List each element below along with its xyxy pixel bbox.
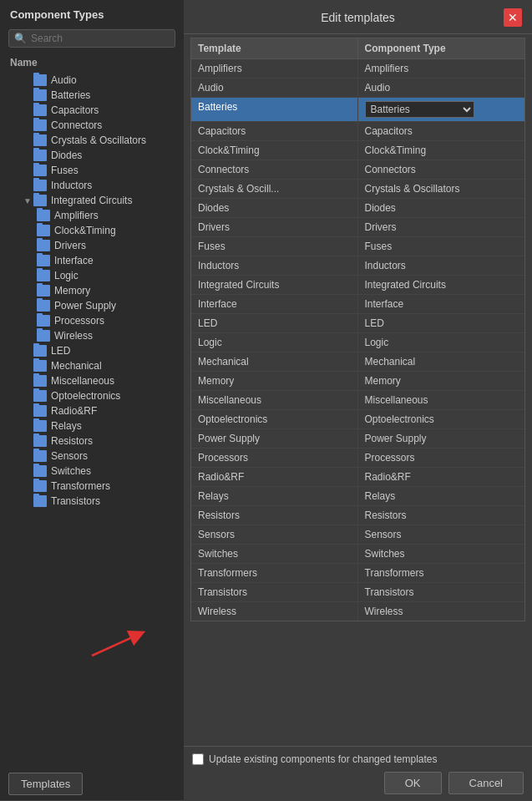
tree-item[interactable]: Audio: [0, 73, 184, 88]
template-cell: Drivers: [191, 218, 358, 236]
templates-button[interactable]: Templates: [8, 773, 83, 795]
table-row[interactable]: SensorsSensors: [191, 525, 524, 545]
component-type-cell: Drivers: [358, 218, 525, 236]
tree-item[interactable]: Power Supply: [0, 298, 184, 313]
tree-item-label: Fuses: [51, 165, 79, 176]
ok-button[interactable]: OK: [384, 772, 442, 794]
folder-icon: [37, 225, 50, 236]
tree-item-label: LED: [51, 345, 70, 357]
folder-icon: [33, 165, 47, 176]
close-button[interactable]: ✕: [504, 8, 522, 27]
header-component-type: Component Type: [358, 38, 525, 58]
tree-item-label: Switches: [51, 465, 91, 477]
table-row[interactable]: ResistorsResistors: [191, 506, 524, 525]
table-row[interactable]: ConnectorsConnectors: [191, 160, 524, 180]
tree-item-label: Transformers: [51, 480, 110, 492]
component-type-cell: Audio: [358, 79, 525, 97]
table-row[interactable]: Clock&TimingClock&Timing: [191, 141, 524, 160]
table-row[interactable]: MiscellaneousMiscellaneous: [191, 391, 524, 410]
table-row[interactable]: TransistorsTransistors: [191, 583, 524, 602]
table-row[interactable]: OptoelectronicsOptoelectronics: [191, 410, 524, 429]
tree-item[interactable]: Interface: [0, 253, 184, 268]
tree-item[interactable]: Memory: [0, 283, 184, 298]
folder-icon: [37, 300, 50, 312]
template-cell: Interface: [191, 295, 358, 313]
template-cell: Sensors: [191, 525, 358, 544]
table-row[interactable]: InductorsInductors: [191, 256, 524, 276]
table-row[interactable]: FusesFuses: [191, 237, 524, 256]
component-type-select[interactable]: Batteries: [365, 101, 475, 118]
header-template: Template: [191, 38, 358, 58]
component-type-cell: Processors: [358, 449, 525, 467]
tree-item[interactable]: Radio&RF: [0, 403, 184, 418]
tree-item[interactable]: ▼Integrated Circuits: [0, 193, 184, 208]
template-cell: Memory: [191, 372, 358, 390]
table-row[interactable]: CapacitorsCapacitors: [191, 122, 524, 141]
table-row[interactable]: AmplifiersAmplifiers: [191, 59, 524, 79]
table-row[interactable]: LogicLogic: [191, 333, 524, 352]
table-row[interactable]: Integrated CircuitsIntegrated Circuits: [191, 276, 524, 295]
component-type-cell: Amplifiers: [358, 59, 525, 78]
tree-item[interactable]: Capacitors: [0, 103, 184, 118]
tree-item[interactable]: Relays: [0, 418, 184, 433]
template-cell: Amplifiers: [191, 59, 358, 78]
tree-item[interactable]: Connectors: [0, 118, 184, 133]
component-type-cell: Capacitors: [358, 122, 525, 140]
table-row[interactable]: TransformersTransformers: [191, 564, 524, 583]
folder-icon: [33, 74, 47, 86]
table-row[interactable]: DiodesDiodes: [191, 199, 524, 218]
panel-title: Component Types: [0, 0, 184, 26]
search-bar[interactable]: 🔍: [8, 29, 175, 48]
folder-icon: [37, 330, 50, 342]
footer-buttons: OK Cancel: [192, 772, 524, 794]
table-row[interactable]: LEDLED: [191, 314, 524, 333]
search-input[interactable]: [31, 33, 170, 44]
table-row[interactable]: Power SupplyPower Supply: [191, 429, 524, 449]
tree-item-label: Integrated Circuits: [51, 195, 132, 206]
tree-item[interactable]: Switches: [0, 464, 184, 479]
tree-item-label: Inductors: [51, 180, 92, 191]
tree-item[interactable]: Transistors: [0, 494, 184, 509]
folder-icon: [33, 360, 47, 372]
tree-item[interactable]: Sensors: [0, 449, 184, 464]
tree-item[interactable]: Diodes: [0, 148, 184, 163]
bottom-button-area: Templates: [0, 768, 184, 801]
tree-item[interactable]: Resistors: [0, 433, 184, 449]
table-row[interactable]: WirelessWireless: [191, 602, 524, 621]
table-row[interactable]: DriversDrivers: [191, 218, 524, 237]
tree-item[interactable]: Crystals & Oscillators: [0, 133, 184, 148]
tree-item[interactable]: Miscellaneous: [0, 373, 184, 388]
tree-item-label: Logic: [54, 270, 79, 281]
tree-item[interactable]: Drivers: [0, 238, 184, 253]
tree-item-label: Connectors: [51, 119, 102, 131]
tree-item[interactable]: Inductors: [0, 178, 184, 193]
table-row[interactable]: SwitchesSwitches: [191, 545, 524, 564]
tree-item[interactable]: Batteries: [0, 88, 184, 103]
table-row[interactable]: AudioAudio: [191, 79, 524, 98]
table-row[interactable]: Radio&RFRadio&RF: [191, 468, 524, 487]
tree-item[interactable]: Processors: [0, 313, 184, 328]
tree-item[interactable]: LED: [0, 343, 184, 358]
tree-item[interactable]: Optoelectronics: [0, 388, 184, 403]
tree-item[interactable]: Mechanical: [0, 358, 184, 373]
tree-item[interactable]: Transformers: [0, 479, 184, 494]
table-row[interactable]: MemoryMemory: [191, 372, 524, 391]
table-row[interactable]: BatteriesBatteries: [191, 98, 524, 122]
folder-icon: [33, 195, 47, 206]
table-row[interactable]: Crystals & Oscill...Crystals & Oscillato…: [191, 180, 524, 199]
tree-item[interactable]: Wireless: [0, 328, 184, 343]
tree-item[interactable]: Logic: [0, 268, 184, 283]
component-type-cell: Logic: [358, 333, 525, 352]
cancel-button[interactable]: Cancel: [448, 772, 524, 794]
tree-item[interactable]: Fuses: [0, 163, 184, 178]
table-row[interactable]: RelaysRelays: [191, 487, 524, 506]
tree-item-label: Optoelectronics: [51, 390, 120, 402]
tree-item[interactable]: Amplifiers: [0, 208, 184, 223]
tree-item[interactable]: Clock&Timing: [0, 223, 184, 238]
update-checkbox[interactable]: [192, 753, 204, 765]
table-row[interactable]: MechanicalMechanical: [191, 352, 524, 372]
table-row[interactable]: ProcessorsProcessors: [191, 449, 524, 468]
folder-icon: [37, 270, 50, 281]
table-row[interactable]: InterfaceInterface: [191, 295, 524, 314]
folder-icon: [33, 180, 47, 191]
